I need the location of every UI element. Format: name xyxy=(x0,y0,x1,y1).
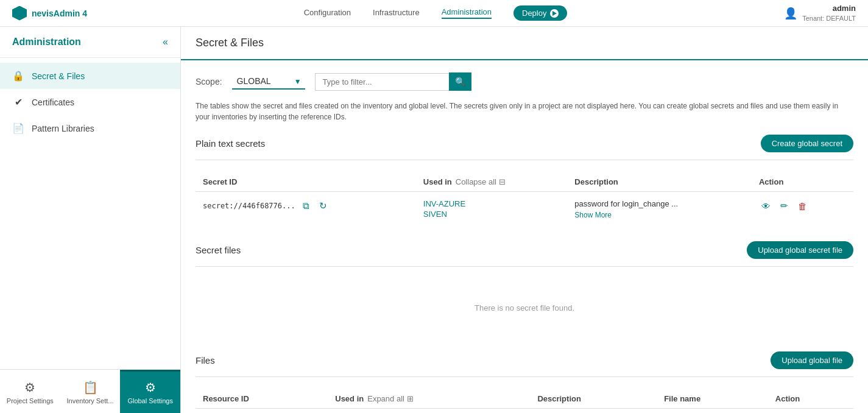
tab-inventory-settings[interactable]: 📋 Inventory Sett... xyxy=(60,370,121,413)
deploy-button[interactable]: Deploy xyxy=(513,5,567,21)
top-nav-right: 👤 admin Tenant: DEFAULT xyxy=(784,4,856,23)
expand-all-icon: ⊞ xyxy=(407,394,414,403)
user-icon: 👤 xyxy=(784,7,797,20)
upload-global-secret-file-button[interactable]: Upload global secret file xyxy=(747,241,853,259)
th-description: Description xyxy=(567,172,752,192)
table-row: secret://446f68776... ⧉ ↻ INV-AZURE SIVE… xyxy=(196,192,853,227)
tab-label-global-settings: Global Settings xyxy=(127,397,173,404)
files-table: Resource ID Used in Expand all ⊞ xyxy=(196,389,853,409)
secret-id-cell: secret://446f68776... ⧉ ↻ xyxy=(196,192,416,227)
nav-configuration[interactable]: Configuration xyxy=(304,8,351,18)
admin-tenant: Tenant: DEFAULT xyxy=(802,14,856,23)
admin-info: admin Tenant: DEFAULT xyxy=(802,4,856,23)
library-icon: 📄 xyxy=(12,122,24,134)
sidebar-header: Administration « xyxy=(0,27,180,58)
plain-text-secrets-title: Plain text secrets xyxy=(196,138,265,149)
secrets-table-header-row: Secret ID Used in Collapse all ⊟ xyxy=(196,172,853,192)
project-settings-icon: ⚙ xyxy=(24,380,35,395)
th-files-description: Description xyxy=(530,389,657,409)
deploy-play-icon xyxy=(550,9,559,18)
filter-search-button[interactable]: 🔍 xyxy=(449,72,471,91)
nav-infrastructure[interactable]: Infrastructure xyxy=(373,8,420,18)
files-title: Files xyxy=(196,355,215,365)
files-table-header-row: Resource ID Used in Expand all ⊞ xyxy=(196,389,853,409)
sidebar-bottom-tabs: ⚙ Project Settings 📋 Inventory Sett... ⚙… xyxy=(0,369,180,413)
content-header: Secret & Files xyxy=(181,27,868,60)
tab-global-settings[interactable]: ⚙ Global Settings xyxy=(120,370,180,413)
app-logo: nevisAdmin 4 xyxy=(12,6,87,21)
play-triangle xyxy=(552,11,557,16)
th-used-in: Used in Collapse all ⊟ xyxy=(416,172,568,192)
th-file-name: File name xyxy=(657,389,768,409)
copy-secret-id-button[interactable]: ⧉ xyxy=(300,199,312,213)
plain-text-secrets-header: Plain text secrets Create global secret xyxy=(196,135,853,152)
scope-dropdown[interactable]: GLOBAL PROJECT xyxy=(232,74,305,90)
sidebar-item-certificates[interactable]: ✔ Certificates xyxy=(0,89,180,115)
th-secret-id: Secret ID xyxy=(196,172,416,192)
refresh-secret-button[interactable]: ↻ xyxy=(317,199,330,213)
description-text: password for login_change ... xyxy=(574,199,678,208)
upload-global-file-button[interactable]: Upload global file xyxy=(771,351,853,369)
scope-row: Scope: GLOBAL PROJECT ▼ 🔍 xyxy=(196,72,853,91)
filter-input[interactable] xyxy=(315,73,449,91)
sidebar-item-label-patterns: Pattern Libraries xyxy=(32,124,94,133)
used-in-link-azure[interactable]: INV-AZURE xyxy=(423,199,560,208)
scope-select-wrapper: GLOBAL PROJECT ▼ xyxy=(232,74,305,90)
edit-secret-button[interactable]: ✏ xyxy=(778,199,791,213)
sidebar-item-secrets[interactable]: 🔒 Secret & Files xyxy=(0,63,180,89)
action-cell: 👁 ✏ 🗑 xyxy=(752,192,853,227)
th-files-used-in: Used in Expand all ⊞ xyxy=(328,389,530,409)
th-action: Action xyxy=(752,172,853,192)
scope-label: Scope: xyxy=(196,77,222,86)
used-in-link-siven[interactable]: SIVEN xyxy=(423,210,560,219)
expand-all-link[interactable]: Expand all ⊞ xyxy=(367,394,414,403)
th-files-action: Action xyxy=(768,389,853,409)
certificate-icon: ✔ xyxy=(12,96,24,108)
main-layout: Administration « 🔒 Secret & Files ✔ Cert… xyxy=(0,27,868,413)
global-settings-icon: ⚙ xyxy=(145,380,156,395)
secret-files-divider xyxy=(196,266,853,267)
app-name: nevisAdmin 4 xyxy=(32,9,87,18)
lock-icon: 🔒 xyxy=(12,70,24,82)
info-text: The tables show the secret and files cre… xyxy=(196,101,853,122)
tab-label-project-settings: Project Settings xyxy=(7,397,54,404)
secrets-divider xyxy=(196,160,853,160)
view-secret-button[interactable]: 👁 xyxy=(759,200,773,213)
inventory-settings-icon: 📋 xyxy=(83,380,98,395)
secrets-table-body: secret://446f68776... ⧉ ↻ INV-AZURE SIVE… xyxy=(196,192,853,227)
show-more-link[interactable]: Show More xyxy=(574,211,744,219)
main-content: Secret & Files Scope: GLOBAL PROJECT ▼ 🔍 xyxy=(181,27,868,413)
secret-files-empty: There is no secret file found. xyxy=(196,279,853,337)
search-icon: 🔍 xyxy=(455,77,465,86)
tab-label-inventory-settings: Inventory Sett... xyxy=(66,397,113,404)
secret-id-value: secret://446f68776... xyxy=(203,202,295,210)
content-body: Scope: GLOBAL PROJECT ▼ 🔍 The tables sho… xyxy=(181,60,868,413)
tab-project-settings[interactable]: ⚙ Project Settings xyxy=(0,370,60,413)
secret-files-header: Secret files Upload global secret file xyxy=(196,241,853,259)
sidebar-title: Administration xyxy=(12,37,81,48)
collapse-all-link[interactable]: Collapse all ⊟ xyxy=(456,177,506,186)
sidebar-item-pattern-libraries[interactable]: 📄 Pattern Libraries xyxy=(0,115,180,141)
files-divider xyxy=(196,376,853,377)
secret-files-title: Secret files xyxy=(196,245,241,255)
sidebar-nav: 🔒 Secret & Files ✔ Certificates 📄 Patter… xyxy=(0,58,180,369)
collapse-sidebar-icon[interactable]: « xyxy=(163,37,168,48)
top-nav: nevisAdmin 4 Configuration Infrastructur… xyxy=(0,0,868,27)
files-table-head: Resource ID Used in Expand all ⊞ xyxy=(196,389,853,409)
description-cell: password for login_change ... Show More xyxy=(567,192,752,227)
admin-name: admin xyxy=(833,4,856,14)
empty-message: There is no secret file found. xyxy=(475,303,574,312)
delete-secret-button[interactable]: 🗑 xyxy=(796,200,810,213)
sidebar-item-label-certs: Certificates xyxy=(32,97,74,107)
used-in-cell: INV-AZURE SIVEN xyxy=(416,192,568,227)
files-header: Files Upload global file xyxy=(196,351,853,369)
secrets-table-head: Secret ID Used in Collapse all ⊟ xyxy=(196,172,853,192)
create-global-secret-button[interactable]: Create global secret xyxy=(761,135,853,152)
sidebar-item-label-secrets: Secret & Files xyxy=(32,71,85,81)
logo-icon xyxy=(12,6,27,21)
nav-administration[interactable]: Administration xyxy=(442,7,492,19)
top-nav-center: Configuration Infrastructure Administrat… xyxy=(304,5,568,21)
page-title: Secret & Files xyxy=(196,37,264,49)
collapse-icon: ⊟ xyxy=(499,177,506,186)
sidebar: Administration « 🔒 Secret & Files ✔ Cert… xyxy=(0,27,181,413)
